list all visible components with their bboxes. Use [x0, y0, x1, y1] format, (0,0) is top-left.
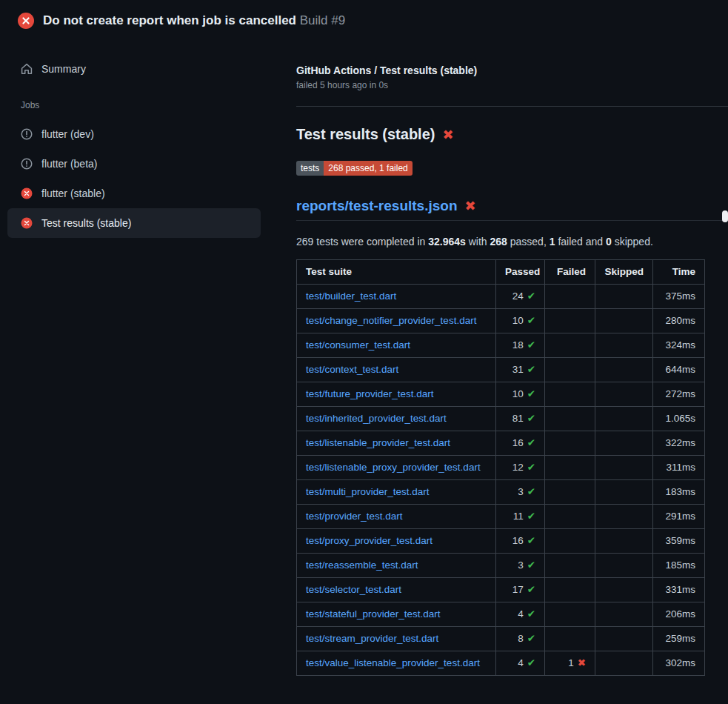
passed-count: 3	[518, 559, 524, 571]
sidebar-item-flutter-stable[interactable]: flutter (stable)	[7, 179, 261, 208]
failed-cell	[545, 456, 595, 480]
failed-cell	[545, 602, 595, 627]
run-meta: failed 5 hours ago in 0s	[296, 80, 728, 90]
test-suite-link[interactable]: test/multi_provider_test.dart	[306, 486, 430, 497]
summary-with: with	[466, 236, 490, 248]
tests-badge: tests 268 passed, 1 failed	[296, 161, 413, 176]
job-label: Test results (stable)	[41, 217, 131, 229]
skipped-cell	[595, 358, 653, 382]
passed-count: 81	[512, 413, 524, 424]
summary-duration: 32.964s	[428, 236, 466, 248]
passed-count: 16	[512, 535, 524, 546]
badge-value: 268 passed, 1 failed	[324, 161, 412, 176]
summary-text: 269 tests were completed in 32.964s with…	[296, 236, 728, 248]
report-link[interactable]: reports/test-results.json	[296, 198, 458, 214]
failed-cell	[545, 431, 595, 456]
test-suite-link[interactable]: test/context_test.dart	[306, 364, 398, 375]
skipped-cell	[595, 627, 653, 651]
check-icon: ✔	[527, 559, 535, 571]
sidebar-item-flutter-beta[interactable]: flutter (beta)	[7, 149, 261, 179]
column-header-skipped: Skipped	[595, 260, 653, 285]
passed-count: 11	[513, 511, 524, 522]
results-table: Test suite Passed Failed Skipped Time te…	[296, 259, 705, 676]
suite-cell: test/change_notifier_provider_test.dart	[297, 309, 496, 333]
check-icon: ✔	[527, 388, 535, 399]
table-row: test/stream_provider_test.dart 8✔ 259ms	[297, 627, 705, 651]
suite-cell: test/listenable_proxy_provider_test.dart	[297, 456, 496, 480]
skipped-cell	[595, 578, 653, 602]
table-row: test/inherited_provider_test.dart 81✔ 1.…	[297, 407, 705, 431]
time-cell: 324ms	[653, 333, 705, 358]
summary-skipped-word: skipped.	[612, 236, 653, 248]
page-title: Do not create report when job is cancell…	[43, 13, 345, 28]
failed-cell	[545, 480, 595, 505]
failed-cell	[545, 627, 595, 651]
test-suite-link[interactable]: test/inherited_provider_test.dart	[306, 413, 447, 424]
test-suite-link[interactable]: test/listenable_provider_test.dart	[306, 437, 450, 448]
test-suite-link[interactable]: test/value_listenable_provider_test.dart	[306, 657, 480, 668]
time-cell: 185ms	[653, 554, 705, 578]
suite-cell: test/future_provider_test.dart	[297, 382, 496, 407]
time-cell: 1.065s	[653, 407, 705, 431]
time-cell: 259ms	[653, 627, 705, 651]
suite-cell: test/builder_test.dart	[297, 285, 496, 309]
passed-cell: 10✔	[496, 309, 545, 333]
skipped-cell	[595, 407, 653, 431]
failed-cell	[545, 358, 595, 382]
passed-count: 12	[512, 462, 524, 473]
suite-cell: test/listenable_provider_test.dart	[297, 431, 496, 456]
x-icon: ✖	[442, 128, 453, 142]
passed-count: 24	[512, 290, 524, 302]
summary-passed-word: passed,	[507, 236, 550, 248]
check-icon: ✔	[527, 437, 535, 448]
test-suite-link[interactable]: test/builder_test.dart	[306, 290, 396, 302]
time-cell: 311ms	[653, 456, 705, 480]
test-suite-link[interactable]: test/proxy_provider_test.dart	[306, 535, 433, 546]
column-header-time: Time	[653, 260, 705, 285]
passed-count: 17	[512, 584, 524, 595]
failed-cell	[545, 285, 595, 309]
summary-skipped-count: 0	[606, 236, 612, 248]
test-suite-link[interactable]: test/reassemble_test.dart	[306, 559, 418, 571]
check-icon: ✔	[527, 486, 535, 497]
table-row: test/listenable_provider_test.dart 16✔ 3…	[297, 431, 705, 456]
skipped-cell	[595, 309, 653, 333]
passed-cell: 4✔	[496, 602, 545, 627]
skipped-cell	[595, 333, 653, 358]
test-suite-link[interactable]: test/stream_provider_test.dart	[306, 633, 438, 644]
failed-cell	[545, 333, 595, 358]
column-header-failed: Failed	[545, 260, 595, 285]
test-suite-link[interactable]: test/selector_test.dart	[306, 584, 401, 595]
page-header: Do not create report when job is cancell…	[0, 0, 728, 41]
suite-cell: test/stateful_provider_test.dart	[297, 602, 496, 627]
test-suite-link[interactable]: test/stateful_provider_test.dart	[306, 608, 441, 620]
test-suite-link[interactable]: test/consumer_test.dart	[306, 339, 410, 351]
skipped-cell	[595, 505, 653, 529]
time-cell: 280ms	[653, 309, 705, 333]
test-suite-link[interactable]: test/change_notifier_provider_test.dart	[306, 315, 476, 326]
table-row: test/change_notifier_provider_test.dart …	[297, 309, 705, 333]
x-circle-icon	[21, 217, 33, 229]
failed-cell	[545, 578, 595, 602]
passed-cell: 3✔	[496, 480, 545, 505]
time-cell: 375ms	[653, 285, 705, 309]
sidebar-item-summary[interactable]: Summary	[7, 54, 261, 84]
failed-cell	[545, 505, 595, 529]
scrollbar-thumb[interactable]	[722, 210, 728, 222]
skipped-cell	[595, 480, 653, 505]
failed-cell: 1✖	[545, 651, 595, 676]
test-suite-link[interactable]: test/future_provider_test.dart	[306, 388, 434, 399]
passed-count: 8	[518, 633, 524, 644]
sidebar-item-flutter-dev[interactable]: flutter (dev)	[7, 119, 261, 149]
breadcrumb: GitHub Actions / Test results (stable)	[296, 64, 728, 76]
passed-count: 10	[512, 315, 524, 326]
passed-count: 4	[518, 608, 524, 620]
table-row: test/context_test.dart 31✔ 644ms	[297, 358, 705, 382]
test-suite-link[interactable]: test/provider_test.dart	[306, 511, 403, 522]
test-suite-link[interactable]: test/listenable_proxy_provider_test.dart	[306, 462, 481, 473]
sidebar-item-test-results-stable[interactable]: Test results (stable)	[7, 208, 261, 238]
passed-count: 16	[512, 437, 524, 448]
time-cell: 272ms	[653, 382, 705, 407]
skipped-cell	[595, 651, 653, 676]
suite-cell: test/provider_test.dart	[297, 505, 496, 529]
